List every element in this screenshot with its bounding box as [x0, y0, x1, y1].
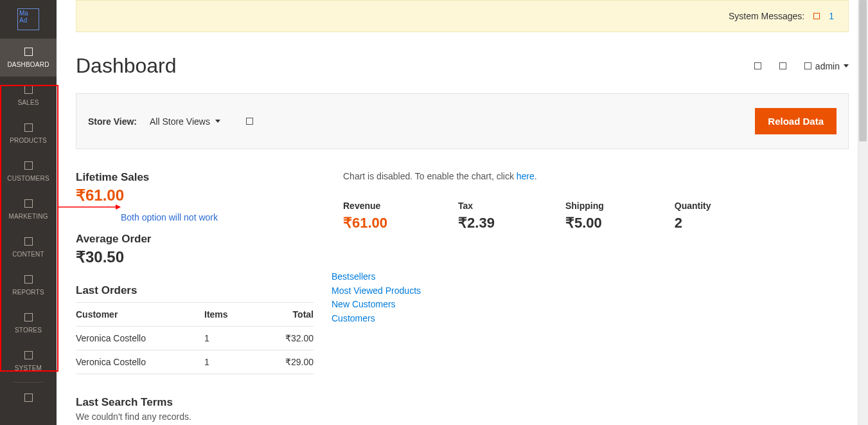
content-icon: [24, 237, 33, 246]
average-order-label: Average Order: [76, 233, 314, 246]
metric-value: 2: [675, 215, 711, 231]
th-items: Items: [204, 309, 256, 320]
td-items: 1: [204, 357, 256, 367]
sidebar-item-label: PRODUCTS: [10, 137, 47, 144]
notifications-icon[interactable]: [779, 62, 786, 69]
metric-label: Shipping: [565, 201, 604, 211]
metric-value: ₹2.39: [458, 215, 495, 231]
lifetime-sales-value: ₹61.00: [76, 186, 314, 204]
td-items: 1: [204, 333, 256, 343]
chart-note-prefix: Chart is disabled. To enable the chart, …: [343, 171, 517, 181]
sidebar-item-label: CONTENT: [12, 251, 44, 258]
last-search-empty: We couldn't find any records.: [76, 411, 314, 422]
logo[interactable]: Ma Ad: [0, 0, 57, 39]
metric-label: Quantity: [675, 201, 711, 211]
admin-sidebar: Ma Ad DASHBOARD SALES PRODUCTS CUSTOMERS…: [0, 0, 57, 425]
extensions-icon: [24, 393, 33, 402]
sidebar-item-label: DASHBOARD: [7, 61, 49, 68]
main-content: System Messages: 1 Dashboard admin Store…: [57, 0, 868, 425]
table-row[interactable]: Veronica Costello 1 ₹29.00: [76, 350, 314, 374]
metric-value: ₹61.00: [343, 215, 387, 231]
td-customer: Veronica Costello: [76, 357, 204, 367]
sidebar-item-reports[interactable]: REPORTS: [0, 266, 57, 304]
chevron-down-icon: [844, 64, 849, 68]
sidebar-item-label: SALES: [17, 99, 39, 106]
sidebar-item-extensions[interactable]: [0, 384, 57, 402]
products-icon: [24, 123, 33, 132]
system-messages-bar[interactable]: System Messages: 1: [76, 0, 849, 32]
search-icon[interactable]: [754, 62, 761, 69]
sidebar-item-customers[interactable]: CUSTOMERS: [0, 152, 57, 190]
admin-username: admin: [815, 61, 840, 71]
warning-icon: [813, 13, 820, 19]
metric-label: Revenue: [343, 201, 387, 211]
sidebar-item-stores[interactable]: STORES: [0, 304, 57, 342]
logo-image: Ma Ad: [17, 8, 39, 30]
dashboard-tabs: Bestsellers Most Viewed Products New Cus…: [332, 270, 849, 326]
page-title: Dashboard: [76, 54, 177, 78]
reports-icon: [24, 275, 33, 284]
header-actions: admin: [754, 61, 849, 71]
metric-value: ₹5.00: [565, 215, 604, 231]
page-header: Dashboard admin: [57, 32, 868, 88]
chevron-down-icon: [215, 120, 220, 123]
table-row[interactable]: Veronica Costello 1 ₹32.00: [76, 327, 314, 350]
tab-new-customers[interactable]: New Customers: [332, 298, 849, 312]
td-total: ₹29.00: [256, 357, 314, 367]
store-view-bar: Store View: All Store Views Reload Data: [76, 93, 849, 149]
sales-icon: [24, 86, 33, 94]
scrollbar[interactable]: [858, 0, 868, 425]
dashboard-body: Lifetime Sales ₹61.00 Both option will n…: [57, 149, 868, 422]
sidebar-item-sales[interactable]: SALES: [0, 77, 57, 114]
lifetime-sales-label: Lifetime Sales: [76, 171, 314, 184]
dashboard-left-column: Lifetime Sales ₹61.00 Both option will n…: [57, 171, 314, 422]
metric-quantity: Quantity 2: [675, 201, 711, 231]
td-customer: Veronica Costello: [76, 333, 204, 343]
store-view-value: All Store Views: [150, 116, 210, 127]
metric-shipping: Shipping ₹5.00: [565, 201, 604, 231]
system-messages-label: System Messages:: [729, 11, 804, 21]
store-view-select[interactable]: All Store Views: [150, 116, 220, 127]
chart-enable-link[interactable]: here: [517, 171, 535, 181]
reload-data-button[interactable]: Reload Data: [755, 108, 837, 134]
metric-tax: Tax ₹2.39: [458, 201, 495, 231]
last-orders-table: Customer Items Total Veronica Costello 1…: [76, 302, 314, 374]
marketing-icon: [24, 199, 33, 208]
tab-bestsellers[interactable]: Bestsellers: [332, 270, 849, 284]
system-messages-count[interactable]: 1: [829, 11, 834, 21]
metric-label: Tax: [458, 201, 495, 211]
sidebar-item-label: STORES: [15, 327, 42, 334]
store-view-label: Store View:: [88, 116, 137, 127]
table-header: Customer Items Total: [76, 302, 314, 327]
sidebar-item-system[interactable]: SYSTEM: [0, 342, 57, 380]
sidebar-separator: [13, 382, 44, 383]
tab-customers[interactable]: Customers: [332, 312, 849, 326]
customers-icon: [24, 161, 33, 170]
sidebar-item-content[interactable]: CONTENT: [0, 228, 57, 266]
sidebar-item-marketing[interactable]: MARKETING: [0, 190, 57, 228]
stores-icon: [24, 313, 33, 321]
th-total: Total: [256, 309, 314, 320]
td-total: ₹32.00: [256, 333, 314, 343]
metric-revenue: Revenue ₹61.00: [343, 201, 387, 231]
dashboard-icon: [24, 48, 33, 56]
sidebar-item-products[interactable]: PRODUCTS: [0, 114, 57, 152]
th-customer: Customer: [76, 309, 204, 320]
help-icon[interactable]: [246, 118, 253, 125]
tab-most-viewed[interactable]: Most Viewed Products: [332, 284, 849, 298]
chart-note-suffix: .: [535, 171, 537, 181]
last-search-label: Last Search Terms: [76, 396, 314, 409]
last-orders-label: Last Orders: [76, 284, 314, 297]
user-icon: [804, 62, 811, 69]
metrics-row: Revenue ₹61.00 Tax ₹2.39 Shipping ₹5.00 …: [343, 201, 849, 231]
scrollbar-thumb[interactable]: [859, 0, 867, 141]
dashboard-right-column: Chart is disabled. To enable the chart, …: [343, 171, 849, 422]
chart-disabled-note: Chart is disabled. To enable the chart, …: [343, 171, 849, 181]
system-icon: [24, 351, 33, 359]
sidebar-item-dashboard[interactable]: DASHBOARD: [0, 39, 57, 77]
sidebar-item-label: REPORTS: [12, 289, 44, 296]
sidebar-item-label: CUSTOMERS: [7, 175, 49, 182]
admin-user-menu[interactable]: admin: [804, 61, 849, 71]
average-order-value: ₹30.50: [76, 248, 314, 266]
sidebar-item-label: MARKETING: [8, 213, 48, 220]
